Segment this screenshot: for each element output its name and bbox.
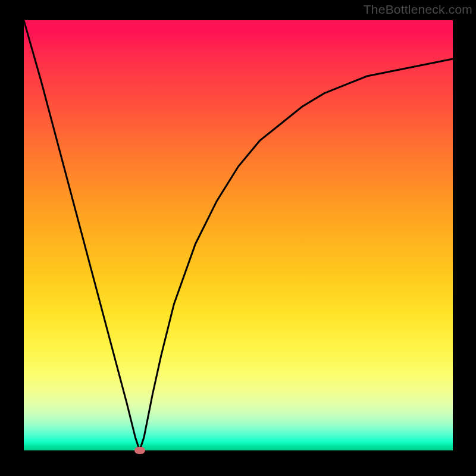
chart-frame: TheBottleneck.com — [0, 0, 476, 476]
plot-area — [24, 20, 453, 450]
optimal-point-marker — [134, 447, 145, 454]
watermark-text: TheBottleneck.com — [364, 2, 472, 17]
bottleneck-curve — [24, 20, 453, 450]
